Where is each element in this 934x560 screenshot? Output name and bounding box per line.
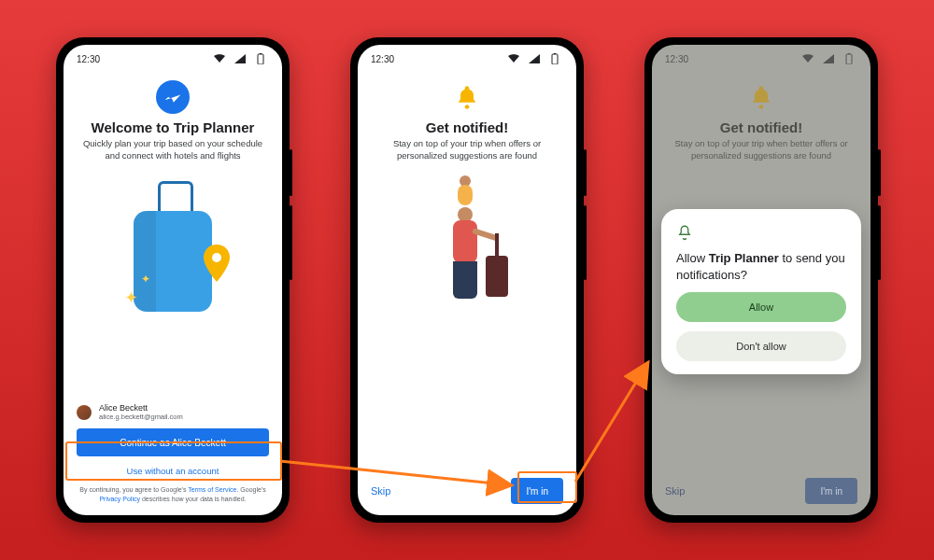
notify-footer-dim: Skip I'm in <box>652 469 870 515</box>
bell-icon <box>454 84 480 114</box>
phone-mockup-1: 12:30 Welcome to Trip Planner Quickly pl… <box>56 37 290 523</box>
continue-button[interactable]: Continue as Alice Beckett <box>77 428 269 456</box>
phone-mockup-3: 12:30 Get notified! Stay on top of your … <box>644 37 878 523</box>
notify-footer: Skip I'm in <box>358 469 576 515</box>
plane-icon <box>156 80 190 114</box>
welcome-footer: Alice Beckett alice.g.beckett@gmail.com … <box>64 394 282 515</box>
allow-button[interactable]: Allow <box>676 292 846 322</box>
screen-notify: 12:30 Get notified! Stay on top of your … <box>358 45 576 515</box>
svg-rect-3 <box>552 54 558 64</box>
permission-dialog-title: Allow Trip Planner to send you notificat… <box>676 250 846 283</box>
notify-title-dim: Get notified! <box>720 119 802 135</box>
use-without-account-link[interactable]: Use without an account <box>77 466 269 476</box>
skip-button[interactable]: Skip <box>371 485 390 497</box>
svg-rect-7 <box>848 53 850 54</box>
welcome-title: Welcome to Trip Planner <box>92 119 255 135</box>
privacy-link[interactable]: Privacy Policy <box>99 496 140 502</box>
wifi-icon <box>211 50 228 67</box>
svg-point-2 <box>212 253 221 262</box>
volume-button <box>290 205 292 280</box>
im-in-button-dim: I'm in <box>805 478 857 504</box>
volume-button <box>878 205 881 280</box>
status-bar: 12:30 <box>64 45 282 67</box>
traveler-illustration <box>411 175 523 315</box>
battery-icon <box>841 50 857 67</box>
screen-welcome: 12:30 Welcome to Trip Planner Quickly pl… <box>64 45 282 515</box>
svg-rect-6 <box>846 54 852 64</box>
power-button <box>878 149 881 196</box>
welcome-subtitle: Quickly plan your trip based on your sch… <box>64 138 282 162</box>
bell-icon <box>748 84 774 114</box>
legal-text: By continuing, you agree to Google's Ter… <box>77 485 269 504</box>
arrow-2 <box>575 362 648 482</box>
skip-button-dim: Skip <box>665 485 685 497</box>
volume-button <box>584 205 587 280</box>
sparkle-icon: ✦ <box>124 287 138 308</box>
bell-outline-icon <box>676 224 846 241</box>
account-email: alice.g.beckett@gmail.com <box>99 413 183 421</box>
power-button <box>584 149 587 196</box>
status-time: 12:30 <box>371 54 394 64</box>
location-pin-icon <box>203 245 231 282</box>
avatar <box>77 405 92 420</box>
svg-rect-4 <box>554 53 556 54</box>
account-name: Alice Beckett <box>99 403 183 413</box>
account-row[interactable]: Alice Beckett alice.g.beckett@gmail.com <box>77 403 269 421</box>
signal-icon <box>526 50 543 67</box>
battery-icon <box>252 50 269 67</box>
status-time: 12:30 <box>77 54 100 64</box>
phone-mockup-2: 12:30 Get notified! Stay on top of your … <box>350 37 584 523</box>
status-bar: 12:30 <box>652 45 870 67</box>
notification-permission-dialog: Allow Trip Planner to send you notificat… <box>661 209 861 374</box>
svg-point-5 <box>465 105 470 109</box>
signal-icon <box>820 50 837 67</box>
status-bar: 12:30 <box>358 45 576 67</box>
dont-allow-button[interactable]: Don't allow <box>676 331 846 361</box>
notify-title: Get notified! <box>426 119 508 135</box>
svg-point-8 <box>759 105 764 109</box>
sparkle-icon: ✦ <box>141 273 150 286</box>
svg-rect-1 <box>260 53 262 54</box>
im-in-button[interactable]: I'm in <box>511 478 563 504</box>
power-button <box>290 149 292 196</box>
battery-icon <box>546 50 563 67</box>
wifi-icon <box>505 50 522 67</box>
screen-permission: 12:30 Get notified! Stay on top of your … <box>652 45 870 515</box>
svg-rect-0 <box>258 54 263 64</box>
tos-link[interactable]: Terms of Service <box>188 486 236 493</box>
notify-subtitle-dim: Stay on top of your trip when better off… <box>652 138 870 162</box>
notify-subtitle: Stay on top of your trip when offers or … <box>358 138 576 162</box>
continue-label: Continue as Alice Beckett <box>120 438 225 448</box>
onboarding-flow-diagram: 12:30 Welcome to Trip Planner Quickly pl… <box>0 0 934 560</box>
status-time: 12:30 <box>665 54 688 64</box>
suitcase-illustration: ✦ ✦ <box>117 175 229 314</box>
signal-icon <box>232 50 248 67</box>
wifi-icon <box>800 50 816 67</box>
